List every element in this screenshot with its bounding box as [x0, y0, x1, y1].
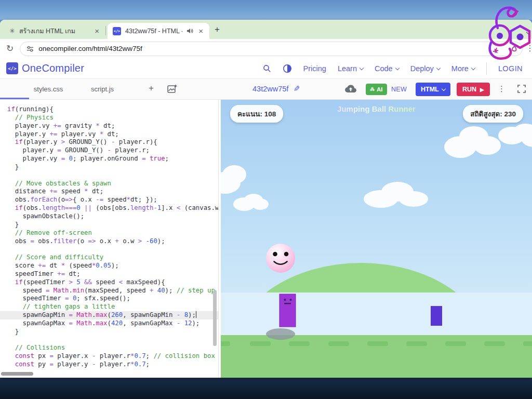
- browser-urlbar: ↻ onecompiler.com/html/43t2ww75f ⋮: [0, 39, 532, 58]
- speaker-icon[interactable]: [187, 28, 193, 34]
- code-line[interactable]: speedTimer += dt;: [0, 270, 219, 278]
- play-icon: ▶: [480, 87, 484, 92]
- code-line[interactable]: if(player.y > GROUND_Y() - player.r){: [0, 138, 219, 147]
- login-button[interactable]: LOGIN: [498, 64, 527, 73]
- doodle-details: [493, 47, 516, 53]
- code-line[interactable]: // Collisions: [0, 344, 219, 352]
- nav-code[interactable]: Code: [375, 64, 399, 73]
- nav-more[interactable]: More: [451, 64, 475, 73]
- language-select-button[interactable]: HTML: [416, 83, 450, 96]
- theme-toggle-icon[interactable]: [283, 64, 292, 73]
- code-line[interactable]: [0, 336, 219, 344]
- code-line[interactable]: // Move obstacles & spawn: [0, 180, 219, 188]
- browser-tab-onecompiler[interactable]: </> 43t2ww75f - HTML - One ×: [108, 23, 209, 39]
- address-bar[interactable]: onecompiler.com/html/43t2ww75f: [20, 42, 523, 56]
- code-area[interactable]: if(running){ // Physics player.vy += gra…: [0, 105, 219, 369]
- player-shadow: [266, 328, 295, 340]
- screen: ✳ สร้างเกม HTML เกม × </> 43t2ww75f - HT…: [0, 0, 532, 399]
- tab-close-icon[interactable]: ×: [94, 27, 100, 35]
- chevron-down-icon: [360, 65, 364, 70]
- file-tab-styles[interactable]: styles.css: [32, 79, 64, 99]
- file-tab-script[interactable]: script.js: [87, 79, 117, 99]
- code-favicon-icon: </>: [113, 27, 121, 35]
- project-name[interactable]: 43t2ww75f: [252, 85, 288, 93]
- onecompiler-logo[interactable]: </> OneCompiler: [6, 62, 84, 74]
- edit-pencil-icon[interactable]: ✎: [294, 84, 300, 94]
- more-options-icon[interactable]: ⋮: [498, 84, 506, 94]
- chevron-down-icon: [395, 65, 399, 70]
- code-line[interactable]: if(obs.length===0 || (obs[obs.length-1].…: [0, 204, 219, 212]
- code-line[interactable]: player.vy += gravity * dt;: [0, 122, 219, 130]
- tab-divider: [105, 26, 106, 35]
- site-header: </> OneCompiler Pricing Learn Code Deplo…: [0, 58, 532, 79]
- lower-sky-band: [221, 292, 532, 335]
- reload-icon[interactable]: ↻: [6, 43, 14, 54]
- tab-title: 43t2ww75f - HTML - One: [125, 28, 182, 35]
- player-ball: [266, 244, 295, 273]
- new-tab-button[interactable]: +: [215, 24, 220, 35]
- add-image-icon[interactable]: [167, 84, 177, 94]
- editor-toolbar: styles.css script.js + 43t2ww75f ✎ ⁂ AI: [0, 79, 532, 100]
- search-icon[interactable]: [263, 64, 271, 73]
- code-line[interactable]: player.y = GROUND_Y() - player.r;: [0, 147, 219, 155]
- code-line[interactable]: [0, 245, 219, 254]
- obstacle-purple: [280, 294, 296, 327]
- code-line[interactable]: spawnGapMax = Math.max(420, spawnGapMax …: [0, 320, 219, 328]
- obstacle-indigo: [431, 306, 442, 326]
- code-line[interactable]: const py = player.y - player.r*0.7;: [0, 361, 219, 369]
- browser-window: ✳ สร้างเกม HTML เกม × </> 43t2ww75f - HT…: [0, 20, 532, 378]
- code-line[interactable]: // Physics: [0, 114, 219, 122]
- vertical-scrollbar[interactable]: [213, 290, 217, 346]
- add-file-button[interactable]: +: [149, 83, 154, 94]
- nav-deploy[interactable]: Deploy: [410, 64, 440, 73]
- tune-icon: [26, 45, 34, 52]
- code-line[interactable]: spawnGapMin = Math.max(260, spawnGapMin …: [0, 311, 219, 320]
- fullscreen-icon[interactable]: [517, 85, 526, 93]
- chevron-down-icon: [436, 65, 441, 70]
- code-line[interactable]: // Score and difficulty: [0, 254, 219, 262]
- workspace: if(running){ // Physics player.vy += gra…: [0, 100, 532, 378]
- nav-learn[interactable]: Learn: [338, 64, 363, 73]
- code-line[interactable]: const px = player.x - player.r*0.7; // c…: [0, 352, 219, 361]
- chevron-down-icon: [441, 86, 445, 90]
- run-button[interactable]: RUN ▶: [457, 83, 490, 96]
- game-scene: [221, 100, 532, 378]
- highscore-badge: สถิติสูงสุด: 230: [463, 105, 523, 123]
- project-title: 43t2ww75f ✎: [252, 84, 300, 94]
- new-project-button[interactable]: NEW: [391, 86, 407, 93]
- code-line[interactable]: speed = Math.min(maxSpeed, speed + 40); …: [0, 287, 219, 295]
- code-line[interactable]: [0, 171, 219, 180]
- brand-mark-icon: </>: [6, 62, 18, 74]
- code-line[interactable]: player.y += player.vy * dt;: [0, 130, 219, 139]
- horizontal-scrollbar[interactable]: [1, 372, 33, 376]
- url-text: onecompiler.com/html/43t2ww75f: [38, 45, 142, 52]
- cloud-save-icon[interactable]: [344, 84, 357, 94]
- code-line[interactable]: obs.forEach(o=>{ o.x -= speed*dt; });: [0, 196, 219, 204]
- brand-name: OneCompiler: [22, 62, 84, 74]
- browser-tab-chatgpt[interactable]: ✳ สร้างเกม HTML เกม ×: [4, 23, 105, 39]
- game-preview-canvas[interactable]: Jumping Ball Runner คะแนน: 108 สถิติสูงส…: [221, 100, 532, 378]
- code-line[interactable]: if(running){: [0, 105, 219, 114]
- chevron-down-icon: [471, 65, 475, 70]
- code-line[interactable]: player.vy = 0; player.onGround = true;: [0, 155, 219, 163]
- code-line[interactable]: distance += speed * dt;: [0, 188, 219, 196]
- code-line[interactable]: }: [0, 163, 219, 171]
- code-editor[interactable]: if(running){ // Physics player.vy += gra…: [0, 100, 219, 378]
- ai-button[interactable]: ⁂ AI: [366, 84, 387, 95]
- tab-close-icon[interactable]: ×: [197, 27, 204, 35]
- desktop-wallpaper-top: [0, 0, 532, 20]
- code-line[interactable]: score += dt * (speed*0.05);: [0, 262, 219, 270]
- code-line[interactable]: spawnObstacle();: [0, 212, 219, 221]
- text-cursor: [196, 311, 197, 318]
- code-line[interactable]: }: [0, 328, 219, 336]
- code-line[interactable]: }: [0, 221, 219, 229]
- code-line[interactable]: obs = obs.filter(o => o.x + o.w > -60);: [0, 237, 219, 246]
- code-line[interactable]: // Remove off-screen: [0, 229, 219, 237]
- code-line[interactable]: // tighten gaps a little: [0, 303, 219, 311]
- file-tab-active[interactable]: [0, 79, 29, 99]
- code-line[interactable]: speedTimer = 0; sfx.speed();: [0, 295, 219, 303]
- nav-pricing[interactable]: Pricing: [303, 64, 326, 73]
- code-line[interactable]: if(speedTimer > 5 && speed < maxSpeed){: [0, 278, 219, 287]
- chatgpt-favicon-icon: ✳: [9, 27, 15, 35]
- ground-dashes: [221, 341, 532, 346]
